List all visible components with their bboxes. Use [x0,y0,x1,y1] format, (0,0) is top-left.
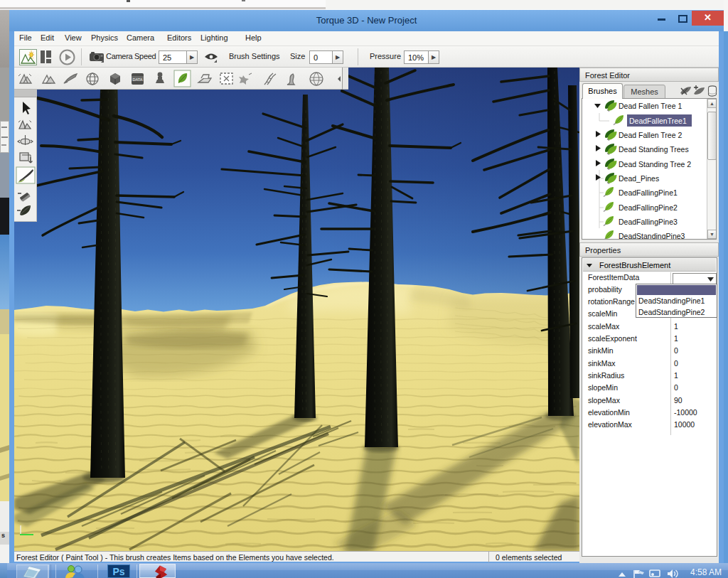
svg-text:DATA: DATA [133,77,143,82]
